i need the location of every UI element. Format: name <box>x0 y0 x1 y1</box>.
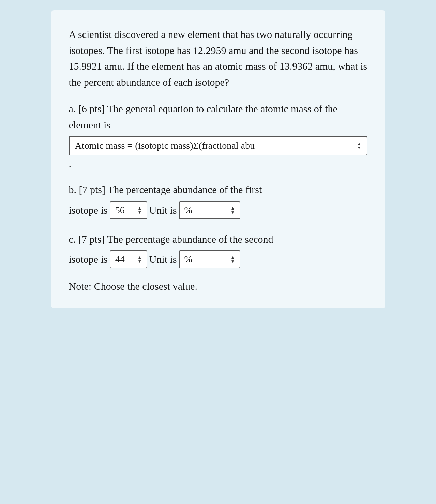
part-b-label: b. [7 pts] The percentage abundance of t… <box>69 182 367 198</box>
part-a-label: a. [6 pts] The general equation to calcu… <box>69 101 367 133</box>
part-c-inline-row: isotope is 44 Unit is % <box>69 250 367 268</box>
part-c-value-arrow-icon <box>138 255 142 263</box>
part-c-section: c. [7 pts] The percentage abundance of t… <box>69 231 367 269</box>
problem-intro-text: A scientist discovered a new element tha… <box>69 27 367 90</box>
part-a-dropdown-text: Atomic mass = (isotopic mass)Σ(fractiona… <box>75 140 354 151</box>
part-b-unit-prefix: Unit is <box>149 204 177 216</box>
part-c-inline-prefix: isotope is <box>69 254 108 265</box>
part-b-value-arrow-icon <box>138 206 142 214</box>
part-b-unit-text: % <box>184 205 227 216</box>
part-c-value-text: 44 <box>115 254 134 265</box>
part-b-value-text: 56 <box>115 205 134 216</box>
page-container: A scientist discovered a new element tha… <box>51 10 385 308</box>
part-c-label: c. [7 pts] The percentage abundance of t… <box>69 231 367 247</box>
period-separator: . <box>69 158 367 170</box>
part-c-unit-text: % <box>184 254 227 265</box>
part-a-dropdown[interactable]: Atomic mass = (isotopic mass)Σ(fractiona… <box>69 136 367 155</box>
part-b-inline-prefix: isotope is <box>69 204 108 216</box>
part-c-unit-prefix: Unit is <box>149 254 177 265</box>
part-c-value-dropdown[interactable]: 44 <box>110 250 147 268</box>
part-c-unit-arrow-icon <box>231 255 235 263</box>
part-b-section: b. [7 pts] The percentage abundance of t… <box>69 182 367 219</box>
part-b-value-dropdown[interactable]: 56 <box>110 201 147 219</box>
part-b-unit-dropdown[interactable]: % <box>179 201 240 219</box>
part-b-unit-arrow-icon <box>231 206 235 214</box>
part-b-inline-row: isotope is 56 Unit is % <box>69 201 367 219</box>
note-text: Note: Choose the closest value. <box>69 280 367 292</box>
part-c-unit-dropdown[interactable]: % <box>179 250 240 268</box>
part-a-dropdown-arrow-icon <box>357 142 361 150</box>
